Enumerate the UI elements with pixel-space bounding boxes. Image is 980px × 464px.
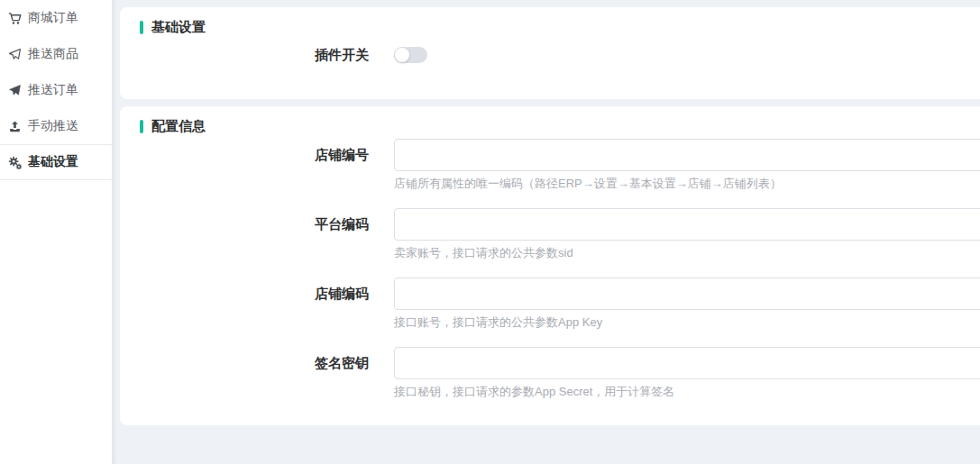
platform-code-hint: 卖家账号，接口请求的公共参数sid — [394, 245, 980, 260]
plugin-switch-label: 插件开关 — [140, 47, 369, 63]
sidebar-item-push-products[interactable]: 推送商品 — [0, 36, 112, 72]
shop-number-input[interactable] — [394, 139, 980, 171]
plugin-switch-toggle[interactable] — [394, 47, 427, 63]
section-header-basic-settings: 基础设置 — [140, 20, 980, 34]
shop-number-hint: 店铺所有属性的唯一编码（路径ERP→设置→基本设置→店铺→店铺列表） — [394, 176, 980, 191]
sidebar-item-mall-orders[interactable]: 商城订单 — [0, 0, 112, 36]
sidebar-item-manual-push[interactable]: 手动推送 — [0, 108, 112, 144]
config-info-card: 配置信息 店铺编号 店铺所有属性的唯一编码（路径ERP→设置→基本设置→店铺→店… — [120, 106, 980, 425]
sidebar-item-label: 商城订单 — [28, 10, 78, 26]
cart-icon — [7, 11, 22, 25]
toggle-knob — [395, 48, 409, 62]
shop-code-label: 店铺编码 — [140, 277, 369, 310]
sidebar-item-label: 基础设置 — [28, 154, 78, 170]
gears-icon — [7, 155, 22, 169]
section-accent-bar — [140, 21, 143, 34]
signature-key-input[interactable] — [394, 347, 980, 379]
section-title: 配置信息 — [151, 119, 206, 133]
section-title: 基础设置 — [151, 20, 206, 34]
platform-code-label: 平台编码 — [140, 208, 369, 241]
shop-code-input[interactable] — [394, 277, 980, 310]
field-row-shop-number: 店铺编号 店铺所有属性的唯一编码（路径ERP→设置→基本设置→店铺→店铺列表） — [140, 139, 980, 191]
plugin-switch-row: 插件开关 — [140, 47, 980, 63]
sidebar: 商城订单 推送商品 推送订单 手动推送 — [0, 0, 112, 464]
basic-settings-card: 基础设置 插件开关 — [120, 7, 980, 99]
field-row-shop-code: 店铺编码 接口账号，接口请求的公共参数App Key — [140, 277, 980, 330]
paper-plane-outline-icon — [7, 47, 22, 61]
platform-code-input[interactable] — [394, 208, 980, 241]
main-content: 基础设置 插件开关 配置信息 店铺编号 店铺所有属性的唯一编码（路径ERP→设置… — [120, 0, 980, 464]
signature-key-hint: 接口秘钥，接口请求的参数App Secret，用于计算签名 — [394, 384, 980, 399]
signature-key-label: 签名密钥 — [140, 347, 369, 379]
paper-plane-icon — [7, 83, 22, 97]
sidebar-item-label: 手动推送 — [28, 118, 78, 134]
shop-number-label: 店铺编号 — [140, 139, 369, 171]
shop-code-hint: 接口账号，接口请求的公共参数App Key — [394, 314, 980, 330]
sidebar-item-push-orders[interactable]: 推送订单 — [0, 72, 112, 108]
upload-icon — [7, 119, 22, 133]
field-row-signature-key: 签名密钥 接口秘钥，接口请求的参数App Secret，用于计算签名 — [140, 347, 980, 399]
sidebar-item-label: 推送商品 — [28, 46, 78, 62]
sidebar-item-label: 推送订单 — [28, 82, 78, 98]
section-accent-bar — [140, 120, 143, 133]
field-row-platform-code: 平台编码 卖家账号，接口请求的公共参数sid — [140, 208, 980, 260]
sidebar-item-basic-settings[interactable]: 基础设置 — [0, 144, 112, 180]
section-header-config-info: 配置信息 — [140, 119, 980, 133]
sidebar-content-divider — [112, 0, 120, 464]
